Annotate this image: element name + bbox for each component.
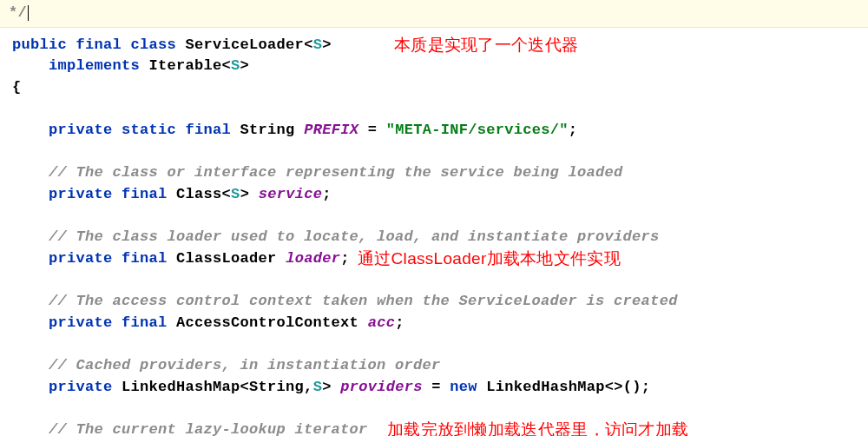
- code-line: public final class ServiceLoader<S>本质是实现…: [12, 35, 859, 56]
- code-line: // The access control context taken when…: [12, 291, 859, 313]
- annotation-1: 本质是实现了一个迭代器: [394, 33, 578, 57]
- string-literal: "META-INF/services/": [386, 122, 569, 138]
- semicolon: ;: [395, 314, 404, 331]
- code-line: private static final String PREFIX = "ME…: [12, 120, 859, 142]
- code-line: [12, 142, 859, 163]
- keyword-static: static: [122, 122, 176, 138]
- keyword-final: final: [122, 250, 168, 267]
- annotation-2: 通过ClassLoader加载本地文件实现: [358, 247, 621, 271]
- keyword-final: final: [76, 36, 122, 53]
- keyword-implements: implements: [49, 57, 140, 74]
- keyword-final: final: [122, 314, 168, 331]
- type-param: S: [231, 186, 240, 202]
- type-linkedhashmap: LinkedHashMap: [486, 379, 605, 395]
- field-prefix: PREFIX: [304, 122, 358, 138]
- code-line: // The class or interface representing t…: [12, 162, 859, 184]
- equals: =: [423, 379, 450, 395]
- comment-line: // Cached providers, in instantiation or…: [49, 357, 441, 373]
- angle-close: >: [322, 379, 332, 395]
- keyword-class: class: [131, 36, 177, 53]
- keyword-final: final: [186, 122, 232, 138]
- comment-line: // The class loader used to locate, load…: [49, 228, 660, 245]
- type-string: String: [240, 122, 295, 138]
- keyword-private: private: [49, 314, 113, 331]
- type-param: S: [313, 379, 323, 395]
- equals: =: [358, 122, 386, 138]
- keyword-new: new: [450, 379, 477, 395]
- code-line: // The class loader used to locate, load…: [12, 227, 859, 248]
- semicolon: ;: [569, 122, 578, 138]
- type-linkedhashmap: LinkedHashMap: [122, 379, 240, 395]
- field-acc: acc: [368, 314, 396, 331]
- keyword-final: final: [122, 186, 168, 202]
- type-classloader: ClassLoader: [176, 250, 277, 267]
- semicolon: ;: [340, 250, 350, 267]
- angle-open: <: [222, 186, 232, 202]
- field-service: service: [259, 186, 323, 202]
- code-line: implements Iterable<S>: [12, 56, 859, 77]
- code-line: [12, 270, 859, 292]
- code-line: [12, 399, 859, 420]
- angle-open: <: [222, 57, 232, 74]
- comment-close: */: [9, 4, 27, 21]
- comment-line: // The current lazy-lookup iterator: [49, 421, 368, 436]
- code-line: // The current lazy-lookup iterator加载完放到…: [12, 419, 859, 436]
- field-loader: loader: [286, 250, 340, 267]
- code-line: private final Class<S> service;: [12, 184, 859, 206]
- angle-close: >: [240, 186, 250, 202]
- semicolon: ;: [322, 186, 332, 202]
- keyword-private: private: [49, 122, 113, 138]
- keyword-public: public: [12, 36, 67, 53]
- keyword-private: private: [49, 186, 113, 202]
- code-line: {: [12, 77, 859, 99]
- comment-line: // The class or interface representing t…: [49, 164, 623, 181]
- type-serviceloader: ServiceLoader: [186, 36, 305, 53]
- type-string: String: [249, 379, 304, 395]
- code-line: private LinkedHashMap<String,S> provider…: [12, 377, 859, 399]
- code-line: [12, 206, 859, 228]
- type-param: S: [313, 36, 323, 53]
- angle-close: >: [240, 57, 250, 74]
- code-line: private final AccessControlContext acc;: [12, 313, 859, 334]
- brace-open: {: [12, 79, 22, 96]
- comma: ,: [304, 379, 313, 395]
- code-line: [12, 99, 859, 121]
- editor-highlight-bar: */: [0, 0, 868, 28]
- keyword-private: private: [49, 379, 113, 395]
- angle-close: >: [322, 36, 332, 53]
- code-container: public final class ServiceLoader<S>本质是实现…: [0, 28, 868, 436]
- type-iterable: Iterable: [149, 57, 222, 74]
- angle-open: <: [304, 36, 313, 53]
- diamond-call: <>();: [605, 379, 651, 395]
- code-line: [12, 334, 859, 356]
- annotation-3: 加载完放到懒加载迭代器里，访问才加载: [387, 418, 688, 436]
- code-line: private final ClassLoader loader;通过Class…: [12, 248, 859, 270]
- keyword-private: private: [49, 250, 113, 267]
- type-acc: AccessControlContext: [176, 314, 358, 331]
- field-providers: providers: [340, 379, 423, 395]
- text-cursor: [28, 5, 29, 21]
- angle-open: <: [240, 379, 250, 395]
- code-line: // Cached providers, in instantiation or…: [12, 355, 859, 377]
- type-class: Class: [176, 186, 222, 202]
- comment-line: // The access control context taken when…: [49, 293, 678, 309]
- type-param: S: [231, 57, 240, 74]
